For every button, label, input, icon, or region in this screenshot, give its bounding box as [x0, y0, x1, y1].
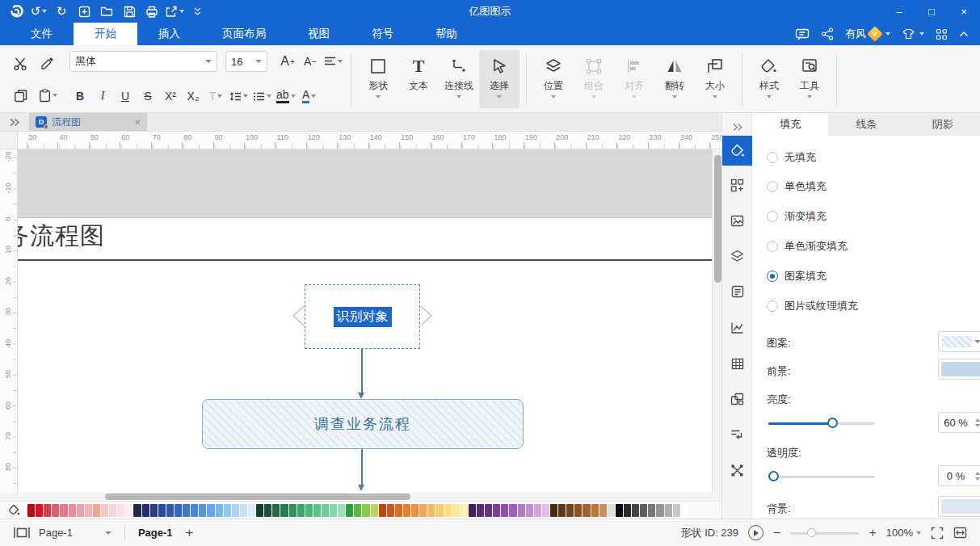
zoom-slider-thumb[interactable] — [807, 528, 816, 537]
page-select-dropdown[interactable]: Page-1 — [39, 527, 111, 539]
close-button[interactable]: × — [948, 0, 980, 23]
color-swatch[interactable] — [461, 504, 468, 517]
zoom-out-button[interactable]: − — [773, 526, 780, 540]
color-swatch[interactable] — [305, 504, 313, 517]
color-swatch[interactable] — [264, 504, 271, 517]
image-tool-icon[interactable] — [722, 208, 752, 233]
color-swatch[interactable] — [518, 504, 525, 517]
color-swatch[interactable] — [354, 504, 361, 517]
color-swatch[interactable] — [175, 504, 182, 517]
color-swatch[interactable] — [60, 504, 67, 517]
group-button[interactable]: 组合 — [574, 50, 614, 108]
chart-tool-icon[interactable] — [722, 316, 752, 340]
color-swatch[interactable] — [477, 504, 484, 517]
superscript-button[interactable]: X² — [160, 86, 181, 107]
layers-tool-icon[interactable] — [722, 244, 752, 268]
color-swatch[interactable] — [133, 504, 141, 517]
copy-button[interactable] — [8, 83, 32, 107]
outline-tool-icon[interactable] — [722, 422, 752, 447]
color-swatch[interactable] — [444, 504, 452, 517]
color-swatch[interactable] — [109, 504, 116, 517]
list-button[interactable] — [251, 86, 273, 107]
color-swatch[interactable] — [142, 504, 149, 517]
select-tool-button[interactable]: 选择 — [479, 50, 519, 108]
theme-skin-icon[interactable] — [902, 28, 924, 40]
decrease-font-button[interactable]: A− — [300, 51, 321, 72]
size-button[interactable]: 大小 — [695, 50, 735, 108]
color-swatch[interactable] — [656, 504, 663, 517]
text-tool-button[interactable]: T 文本 — [398, 50, 439, 108]
color-swatch[interactable] — [501, 504, 508, 517]
menu-view[interactable]: 视图 — [287, 23, 351, 45]
color-swatch[interactable] — [183, 504, 190, 517]
fill-bucket-icon[interactable] — [0, 504, 27, 516]
notes-tool-icon[interactable] — [722, 279, 752, 304]
fill-option-mono-gradient[interactable]: 单色渐变填充 — [767, 238, 848, 254]
color-swatch[interactable] — [297, 504, 305, 517]
new-document-button[interactable] — [74, 2, 94, 21]
position-button[interactable]: 位置 — [533, 50, 574, 108]
color-swatch[interactable] — [558, 504, 566, 517]
drawing-canvas[interactable]: 务流程图 识别对象 调查业务流程 — [18, 149, 712, 493]
format-painter-button[interactable] — [36, 52, 60, 76]
color-swatch[interactable] — [574, 504, 582, 517]
diagram-title-text[interactable]: 务流程图 — [18, 220, 105, 253]
paste-button[interactable] — [36, 83, 60, 107]
color-swatch[interactable] — [207, 504, 214, 517]
fill-option-pattern[interactable]: 图案填充 — [767, 268, 826, 284]
color-swatch[interactable] — [681, 504, 688, 517]
export-button[interactable] — [165, 2, 184, 21]
spin-up-icon[interactable] — [975, 418, 980, 422]
color-swatch[interactable] — [542, 504, 549, 517]
foreground-color-swatch[interactable] — [938, 359, 980, 380]
symbols-library-icon[interactable] — [722, 173, 752, 197]
connector-arrow-1[interactable] — [361, 349, 363, 393]
color-swatch[interactable] — [509, 504, 516, 517]
color-swatch[interactable] — [427, 504, 435, 517]
color-swatch[interactable] — [673, 504, 680, 517]
maximize-button[interactable]: □ — [915, 0, 948, 23]
color-swatch[interactable] — [632, 504, 639, 517]
menu-file[interactable]: 文件 — [10, 23, 74, 45]
color-swatch[interactable] — [85, 504, 92, 517]
spin-down-icon[interactable] — [975, 424, 980, 427]
selected-text[interactable]: 识别对象 — [334, 307, 392, 327]
color-swatch[interactable] — [240, 504, 247, 517]
color-swatch[interactable] — [117, 504, 124, 517]
color-swatch[interactable] — [166, 504, 174, 517]
color-swatch[interactable] — [69, 504, 76, 517]
color-swatch[interactable] — [379, 504, 386, 517]
connector-tool-button[interactable]: 连接线 — [439, 50, 479, 108]
color-swatch[interactable] — [469, 504, 476, 517]
font-family-select[interactable]: 黑体 — [69, 51, 217, 72]
fullscreen-icon[interactable] — [931, 527, 944, 540]
zoom-in-button[interactable]: + — [869, 526, 876, 540]
document-tab[interactable]: D 流程图 × — [29, 113, 147, 131]
color-swatch[interactable] — [493, 504, 500, 517]
color-swatch[interactable] — [665, 504, 672, 517]
zoom-level-dropdown[interactable]: 100% — [886, 527, 921, 539]
save-button[interactable] — [120, 2, 139, 21]
color-swatch[interactable] — [583, 504, 590, 517]
text-highlight-button[interactable]: ab — [275, 86, 297, 107]
italic-button[interactable]: I — [92, 86, 113, 107]
color-swatch[interactable] — [403, 504, 410, 517]
color-swatch[interactable] — [435, 504, 443, 517]
opacity-spinbox[interactable]: 0 % — [938, 465, 980, 486]
align-shapes-button[interactable]: 对齐 — [614, 50, 654, 108]
color-swatch[interactable] — [199, 504, 206, 517]
add-page-button[interactable]: + — [181, 525, 199, 541]
fill-option-none[interactable]: 无填充 — [767, 149, 816, 166]
color-swatch[interactable] — [52, 504, 59, 517]
color-swatch[interactable] — [93, 504, 100, 517]
fit-width-icon[interactable] — [953, 527, 967, 539]
horizontal-scrollbar-thumb[interactable] — [105, 494, 410, 500]
color-swatch[interactable] — [101, 504, 108, 517]
color-swatch[interactable] — [27, 504, 35, 517]
color-swatch[interactable] — [44, 504, 51, 517]
align-button[interactable] — [322, 51, 344, 72]
color-swatch[interactable] — [526, 504, 533, 517]
menu-insert[interactable]: 插入 — [137, 23, 201, 45]
shape-tool-button[interactable]: 形状 — [358, 50, 398, 108]
color-swatch[interactable] — [216, 504, 223, 517]
